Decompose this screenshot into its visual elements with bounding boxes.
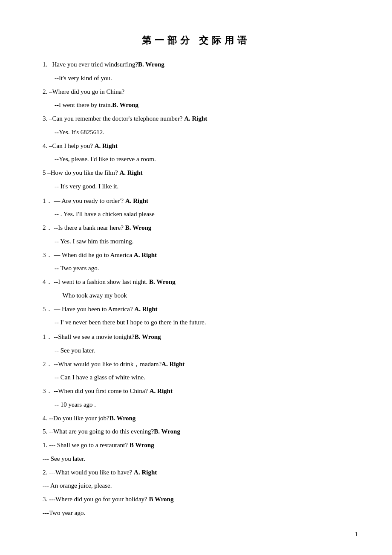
item-text: ― Are you ready to order'?: [54, 197, 125, 204]
item-text: --What are you going to do this evening?: [49, 428, 154, 435]
item-text: --I went to a fashion show last night.: [54, 278, 149, 285]
list-item: ― Who took away my book: [55, 290, 349, 302]
list-item: --- An orange juice, please.: [43, 480, 349, 492]
item-text: -- Yes. I saw him this morning.: [55, 238, 133, 245]
item-number: 5: [43, 169, 47, 176]
item-number: 3．: [43, 251, 52, 258]
item-text: --Shall we see a movie tonight?: [54, 333, 135, 340]
answer-label: A. Right: [134, 251, 157, 258]
answer-label: A. Right: [161, 361, 184, 367]
answer-label: A. Right: [95, 142, 118, 149]
item-number: 1.: [43, 442, 49, 448]
item-text: -- 10 years ago .: [55, 401, 96, 408]
answer-label: A. Right: [134, 469, 157, 476]
answer-label: B Wrong: [149, 496, 174, 503]
item-text: -- I' ve never been there but I hope to …: [55, 319, 206, 326]
list-item: 2. –Where did you go in China?: [43, 86, 349, 98]
item-text: --- See you later.: [43, 455, 85, 462]
item-number: 2.: [43, 469, 49, 476]
content-area: 1. –Have you ever tried windsurfing?B. W…: [43, 59, 349, 519]
list-item: -- See you later.: [55, 345, 349, 357]
item-number: 1．: [43, 197, 52, 204]
list-item: 1． ― Are you ready to order'? A. Right: [43, 195, 349, 207]
item-number: 1．: [43, 333, 52, 340]
list-item: -- I' ve never been there but I hope to …: [55, 317, 349, 329]
item-text: --When did you first come to China?: [54, 387, 150, 394]
item-text: –Can you remember the doctor's telephone…: [49, 115, 184, 122]
item-text: ― When did he go to America: [54, 251, 134, 258]
answer-label: B. Wrong: [135, 333, 161, 340]
list-item: 1. --- Shall we go to a restaurant? B Wr…: [43, 439, 349, 451]
answer-label: A. Right: [134, 306, 157, 312]
item-text: --Do you like your job?: [49, 415, 110, 422]
answer-label: A. Right: [119, 169, 142, 176]
list-item: 1. –Have you ever tried windsurfing?B. W…: [43, 59, 349, 71]
item-text: ― Who took away my book: [55, 292, 127, 299]
list-item: 4. --Do you like your job?B. Wrong: [43, 413, 349, 425]
item-text: –Can I help you?: [49, 142, 95, 149]
list-item: 3． --When did you first come to China? A…: [43, 385, 349, 397]
item-text: –How do you like the film?: [47, 169, 119, 176]
item-text: –Where did you go in China?: [49, 88, 124, 95]
item-number: 3．: [43, 387, 52, 394]
answer-label: B. Wrong: [110, 415, 136, 422]
item-text: -- Can I have a glass of white wine.: [55, 374, 145, 381]
item-text: -- . Yes. I'll have a chicken salad plea…: [55, 211, 155, 217]
page-number: 1: [355, 531, 358, 538]
item-number: 5.: [43, 428, 49, 435]
list-item: 2. ---What would you like to have? A. Ri…: [43, 467, 349, 479]
list-item: 3. –Can you remember the doctor's teleph…: [43, 113, 349, 125]
answer-label: A. Right: [125, 197, 148, 204]
item-number: 3.: [43, 115, 49, 122]
list-item: 4. –Can I help you? A. Right: [43, 140, 349, 152]
list-item: --Yes. It's 6825612.: [55, 127, 349, 139]
item-number: 2．: [43, 224, 52, 231]
item-number: 5．: [43, 306, 52, 312]
item-text: --I went there by train.: [55, 101, 112, 108]
answer-label: B. Wrong: [112, 101, 138, 108]
item-text: --Yes, please. I'd like to reserve a roo…: [55, 156, 156, 162]
item-text: –Have you ever tried windsurfing?: [49, 61, 138, 68]
list-item: 3． ― When did he go to America A. Right: [43, 249, 349, 261]
list-item: 4． --I went to a fashion show last night…: [43, 276, 349, 288]
item-number: 2．: [43, 361, 52, 367]
item-text: --What would you like to drink，madam?: [54, 361, 161, 367]
item-number: 4.: [43, 415, 49, 422]
item-text: --- An orange juice, please.: [43, 482, 112, 489]
list-item: -- Can I have a glass of white wine.: [55, 372, 349, 384]
item-number: 4.: [43, 142, 49, 149]
item-number: 1.: [43, 61, 49, 68]
list-item: 2． --What would you like to drink，madam?…: [43, 358, 349, 370]
item-text: --- Shall we go to a restaurant?: [49, 442, 130, 448]
list-item: -- Yes. I saw him this morning.: [55, 236, 349, 248]
answer-label: B. Wrong: [154, 428, 180, 435]
list-item: -- Two years ago.: [55, 263, 349, 275]
answer-label: B. Wrong: [138, 61, 164, 68]
item-text: --Is there a bank near here?: [54, 224, 125, 231]
list-item: 2． --Is there a bank near here? B. Wrong: [43, 222, 349, 234]
list-item: 1． --Shall we see a movie tonight?B. Wro…: [43, 331, 349, 343]
item-text: ― Have you been to America?: [54, 306, 134, 312]
list-item: --- See you later.: [43, 453, 349, 465]
list-item: --Yes, please. I'd like to reserve a roo…: [55, 153, 349, 165]
answer-label: B Wrong: [130, 442, 154, 448]
list-item: 5. --What are you going to do this eveni…: [43, 426, 349, 438]
answer-label: A. Right: [150, 387, 173, 394]
item-text: -- See you later.: [55, 347, 95, 354]
item-text: -- It's very good. I like it.: [55, 183, 118, 190]
answer-label: B. Wrong: [125, 224, 152, 231]
page-title: 第一部分 交际用语: [43, 34, 349, 47]
list-item: -- It's very good. I like it.: [55, 181, 349, 193]
item-number: 4．: [43, 278, 52, 285]
list-item: --I went there by train.B. Wrong: [55, 99, 349, 111]
item-text: ---Two year ago.: [43, 509, 85, 516]
answer-label: B. Wrong: [149, 278, 176, 285]
item-text: ---What would you like to have?: [49, 469, 134, 476]
answer-label: A. Right: [184, 115, 207, 122]
list-item: --It's very kind of you.: [55, 72, 349, 84]
item-text: -- Two years ago.: [55, 265, 99, 272]
list-item: 3. ---Where did you go for your holiday?…: [43, 494, 349, 506]
list-item: 5 –How do you like the film? A. Right: [43, 167, 349, 179]
list-item: -- . Yes. I'll have a chicken salad plea…: [55, 208, 349, 220]
list-item: 5． ― Have you been to America? A. Right: [43, 304, 349, 315]
